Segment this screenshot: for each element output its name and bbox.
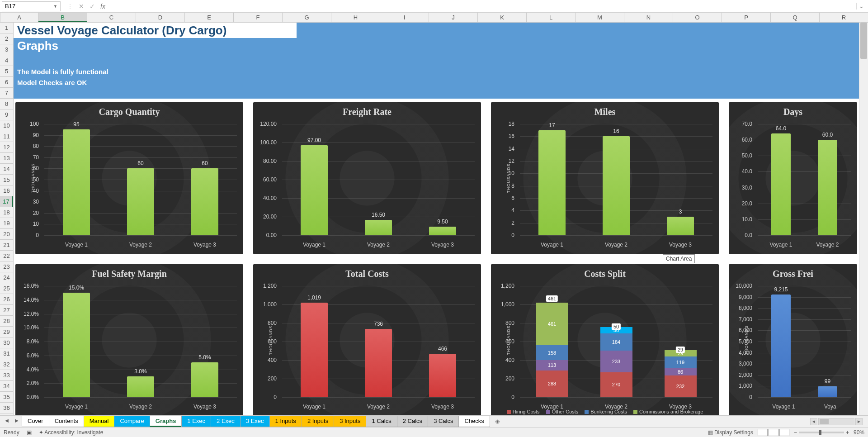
new-sheet-button[interactable]: ⊕ [492,418,503,425]
row-header-10[interactable]: 10 [0,120,13,131]
cell-grid[interactable]: Vessel Voyage Calculator (Dry Cargo) Gra… [14,23,859,415]
formula-input[interactable] [112,1,856,11]
chart-days[interactable]: Days0.010.020.030.040.050.060.070.064.06… [729,102,857,254]
sheet-tab-1-calcs[interactable]: 1 Calcs [366,416,397,427]
row-header-11[interactable]: 11 [0,131,13,142]
row-header-24[interactable]: 24 [0,272,13,283]
column-header-O[interactable]: O [673,13,722,22]
column-header-G[interactable]: G [283,13,331,22]
column-header-D[interactable]: D [136,13,185,22]
sheet-tab-checks[interactable]: Checks [458,416,490,427]
name-box-dropdown-icon[interactable]: ▼ [53,4,57,9]
normal-view-button[interactable] [758,429,768,436]
row-header-4[interactable]: 4 [0,55,13,66]
row-header-25[interactable]: 25 [0,283,13,294]
column-header-J[interactable]: J [429,13,478,22]
row-header-26[interactable]: 26 [0,294,13,305]
zoom-in-icon[interactable]: + [846,429,849,436]
sheet-tab-1-exec[interactable]: 1 Exec [181,416,211,427]
column-header-N[interactable]: N [624,13,673,22]
row-header-7[interactable]: 7 [0,88,13,99]
column-header-I[interactable]: I [380,13,429,22]
tab-nav-next[interactable]: ► [12,417,22,426]
row-header-3[interactable]: 3 [0,44,13,55]
chart-costs-split[interactable]: Costs SplitTHOUSANDS02004006008001,0001,… [491,264,719,415]
macro-record-icon[interactable]: ▣ [27,429,32,436]
row-header-30[interactable]: 30 [0,337,13,348]
sheet-tab-3-exec[interactable]: 3 Exec [240,416,270,427]
column-header-B[interactable]: B [38,13,87,22]
column-header-F[interactable]: F [234,13,283,22]
row-header-34[interactable]: 34 [0,381,13,392]
display-settings[interactable]: ▦ Display Settings [708,429,753,436]
vertical-scrollbar[interactable] [859,23,868,415]
hscroll-left-icon[interactable]: ◄ [810,418,817,425]
zoom-slider[interactable]: − + [794,429,849,436]
chart-cargo-quantity[interactable]: Cargo QuantityTHOUSANDS01020304050607080… [15,102,243,254]
sheet-tab-3-calcs[interactable]: 3 Calcs [428,416,459,427]
sheet-tab-cover[interactable]: Cover [22,416,49,427]
sheet-tab-1-inputs[interactable]: 1 Inputs [269,416,302,427]
sheet-tab-3-inputs[interactable]: 3 Inputs [334,416,366,427]
row-header-15[interactable]: 15 [0,175,13,185]
column-header-H[interactable]: H [331,13,380,22]
page-break-view-button[interactable] [779,429,789,436]
row-header-16[interactable]: 16 [0,185,13,196]
column-header-R[interactable]: R [820,13,868,22]
row-header-22[interactable]: 22 [0,251,13,261]
formula-expand-icon[interactable]: ⌄ [856,3,866,10]
row-header-14[interactable]: 14 [0,164,13,175]
sheet-tab-compare[interactable]: Compare [114,416,150,427]
name-box[interactable]: B17 ▼ [2,1,61,11]
sheet-tab-contents[interactable]: Contents [49,416,84,427]
horizontal-scrollbar[interactable]: ◄ ► [507,418,863,425]
accessibility-status[interactable]: ✦ Accessibility: Investigate [39,429,104,436]
page-layout-view-button[interactable] [769,429,778,436]
row-header-20[interactable]: 20 [0,229,13,240]
column-header-K[interactable]: K [478,13,527,22]
row-header-33[interactable]: 33 [0,370,13,381]
column-header-C[interactable]: C [87,13,136,22]
column-header-Q[interactable]: Q [771,13,820,22]
chart-total-costs[interactable]: Total CostsTHOUSANDS02004006008001,0001,… [253,264,481,415]
sheet-tab-graphs[interactable]: Graphs [150,416,182,427]
column-header-M[interactable]: M [576,13,624,22]
sheet-tab-2-calcs[interactable]: 2 Calcs [397,416,428,427]
sheet-tab-2-inputs[interactable]: 2 Inputs [302,416,334,427]
chart-miles[interactable]: MilesTHOUSANDS02468101214161817163Voyage… [491,102,719,254]
column-header-A[interactable]: A [0,13,38,22]
column-header-E[interactable]: E [185,13,234,22]
row-header-36[interactable]: 36 [0,403,13,413]
row-header-13[interactable]: 13 [0,153,13,164]
row-header-21[interactable]: 21 [0,240,13,251]
zoom-level[interactable]: 90% [854,429,864,436]
row-header-19[interactable]: 19 [0,218,13,229]
row-header-32[interactable]: 32 [0,359,13,370]
chart-gross-frei[interactable]: Gross FreiTHOUSANDS01,0002,0003,0004,000… [729,264,857,415]
hscroll-right-icon[interactable]: ► [855,418,863,425]
row-header-27[interactable]: 27 [0,305,13,316]
row-header-2[interactable]: 2 [0,33,13,44]
row-header-1[interactable]: 1 [0,23,13,33]
row-header-18[interactable]: 18 [0,207,13,218]
row-header-5[interactable]: 5 [0,66,13,77]
row-header-6[interactable]: 6 [0,77,13,88]
row-header-9[interactable]: 9 [0,109,13,120]
row-header-12[interactable]: 12 [0,142,13,153]
column-header-P[interactable]: P [722,13,771,22]
row-header-31[interactable]: 31 [0,348,13,359]
chart-freight-rate[interactable]: Freight Rate0.0020.0040.0060.0080.00100.… [253,102,481,254]
row-header-17[interactable]: 17 [0,196,13,207]
tab-nav-prev[interactable]: ◄ [2,417,12,426]
row-header-35[interactable]: 35 [0,392,13,403]
column-header-L[interactable]: L [527,13,576,22]
fx-icon[interactable]: fx [100,3,105,10]
row-header-28[interactable]: 28 [0,316,13,327]
row-header-29[interactable]: 29 [0,327,13,337]
row-header-8[interactable]: 8 [0,99,13,109]
zoom-out-icon[interactable]: − [794,429,797,436]
sheet-tab-manual[interactable]: Manual [84,416,115,427]
chart-fuel-safety-margin[interactable]: Fuel Safety Margin0.0%2.0%4.0%6.0%8.0%10… [15,264,243,415]
sheet-tab-2-exec[interactable]: 2 Exec [211,416,241,427]
row-header-23[interactable]: 23 [0,261,13,272]
